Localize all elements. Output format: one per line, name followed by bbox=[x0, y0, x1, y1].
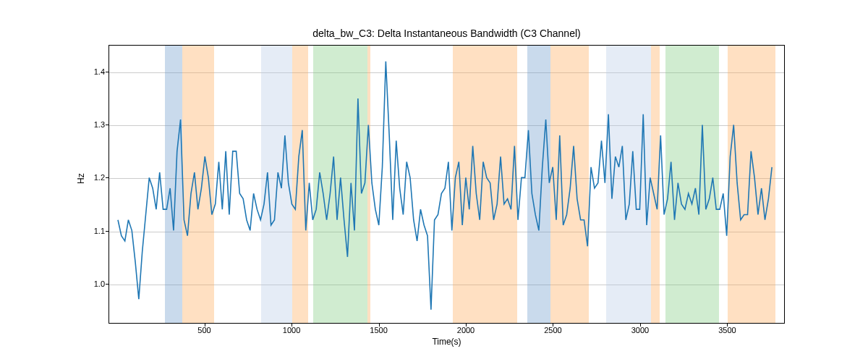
tick-mark bbox=[106, 72, 109, 72]
x-tick-label: 1500 bbox=[370, 326, 387, 334]
tick-mark bbox=[553, 324, 553, 327]
tick-mark bbox=[640, 324, 641, 327]
tick-mark bbox=[727, 324, 728, 327]
line-series bbox=[109, 46, 784, 323]
tick-mark bbox=[379, 324, 380, 327]
x-tick-label: 1000 bbox=[283, 326, 300, 334]
y-tick-label: 1.4 bbox=[94, 67, 105, 76]
plot-area bbox=[109, 45, 785, 324]
y-tick-label: 1.3 bbox=[94, 120, 105, 129]
tick-mark bbox=[106, 284, 109, 285]
y-tick-label: 1.2 bbox=[94, 173, 105, 182]
x-tick-label: 3000 bbox=[631, 326, 649, 334]
x-tick-label: 3500 bbox=[718, 326, 736, 334]
y-axis-label: Hz bbox=[76, 173, 86, 184]
tick-mark bbox=[466, 324, 467, 327]
y-tick-label: 1.0 bbox=[94, 279, 105, 288]
tick-mark bbox=[205, 324, 205, 327]
chart-title: delta_bw_C3: Delta Instantaneous Bandwid… bbox=[109, 28, 785, 39]
x-tick-label: 2000 bbox=[457, 326, 475, 334]
x-tick-label: 2500 bbox=[544, 326, 561, 334]
tick-mark bbox=[106, 231, 109, 232]
y-tick-label: 1.1 bbox=[94, 227, 105, 235]
x-tick-label: 500 bbox=[197, 326, 210, 334]
tick-mark bbox=[292, 324, 292, 327]
chart-container bbox=[109, 45, 785, 324]
x-axis-label: Time(s) bbox=[109, 337, 785, 347]
tick-mark bbox=[106, 177, 109, 178]
tick-mark bbox=[106, 125, 109, 125]
